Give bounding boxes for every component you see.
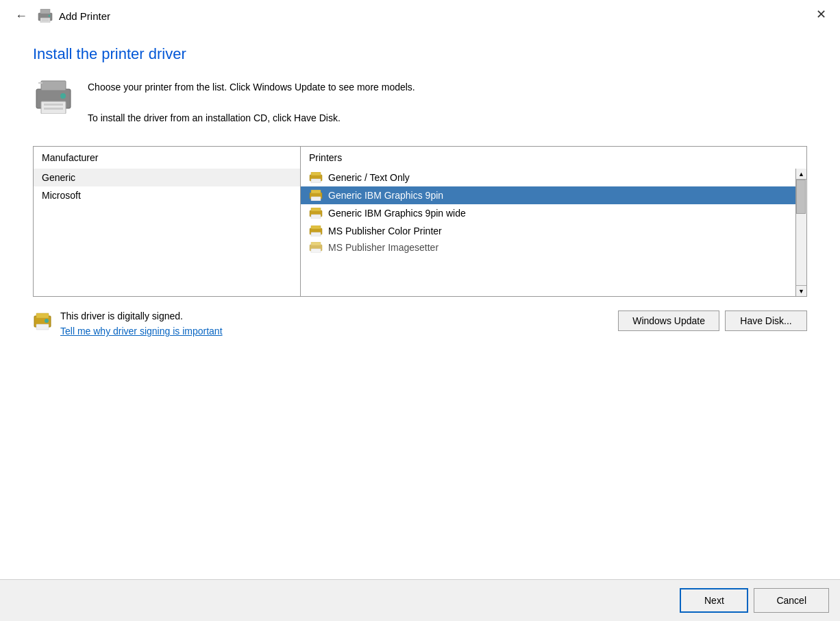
svg-rect-17 [311,190,321,193]
manufacturer-item-generic[interactable]: Generic [34,169,300,186]
printers-header: Printers [301,147,806,169]
large-printer-icon [33,80,74,114]
svg-rect-1 [40,9,50,14]
title-area: Add Printer [37,9,110,23]
scrollbar[interactable]: ▲ ▼ [795,169,806,296]
printer-label: Generic IBM Graphics 9pin wide [328,208,466,219]
printer-item-text-only[interactable]: Generic / Text Only [301,169,795,186]
printer-item-ibm-9pin[interactable]: Generic IBM Graphics 9pin [301,186,795,204]
signed-driver-icon [33,312,52,331]
printer-label: Generic IBM Graphics 9pin [328,190,443,201]
manufacturer-panel: Manufacturer Generic Microsoft [34,147,301,296]
svg-rect-21 [311,215,321,219]
printers-list[interactable]: Generic / Text Only Generic IBM Graphics… [301,169,795,296]
close-button[interactable]: ✕ [811,5,832,23]
scroll-up-arrow[interactable]: ▲ [796,169,806,180]
printer-small-icon [309,242,323,253]
status-text-block: This driver is digitally signed. Tell me… [60,310,223,337]
cancel-button[interactable]: Cancel [754,588,829,613]
svg-rect-18 [311,197,321,201]
status-area: This driver is digitally signed. Tell me… [33,310,807,337]
status-main-text: This driver is digitally signed. [60,310,223,321]
svg-rect-23 [311,226,321,229]
manufacturer-item-microsoft[interactable]: Microsoft [34,186,300,204]
svg-rect-26 [311,242,321,245]
driver-lists: Manufacturer Generic Microsoft Printers [33,146,807,297]
description-block: Choose your printer from the list. Click… [88,80,415,125]
svg-rect-10 [44,108,63,110]
manufacturer-header: Manufacturer [34,147,300,169]
scroll-thumb[interactable] [796,180,806,214]
have-disk-button[interactable]: Have Disk... [725,310,807,331]
svg-rect-12 [38,82,42,84]
printer-small-icon-selected [309,190,323,201]
windows-update-button[interactable]: Windows Update [618,310,719,331]
status-buttons: Windows Update Have Disk... [618,310,807,331]
svg-rect-9 [44,103,63,106]
svg-rect-29 [36,313,49,318]
dialog-footer: Next Cancel [0,579,840,621]
svg-rect-4 [42,21,49,22]
svg-rect-14 [311,172,321,175]
printer-label: MS Publisher Color Printer [328,226,442,236]
svg-point-11 [60,93,66,99]
scroll-down-arrow[interactable]: ▼ [796,285,806,296]
printers-panel: Printers Generic / Text Only [301,147,806,296]
main-content: Install the printer driver Choose your p… [0,29,840,579]
dialog-title: Add Printer [59,10,110,22]
next-button[interactable]: Next [680,588,748,613]
description-line1: Choose your printer from the list. Click… [88,80,415,95]
svg-rect-7 [41,81,66,90]
svg-rect-3 [42,19,49,20]
printer-small-icon [309,208,323,219]
printer-label: Generic / Text Only [328,172,410,183]
description-area: Choose your printer from the list. Click… [33,80,807,125]
printer-item-ms-publisher-image[interactable]: MS Publisher Imagesetter [301,240,795,255]
printer-label: MS Publisher Imagesetter [328,242,438,253]
printer-item-ibm-9pin-wide[interactable]: Generic IBM Graphics 9pin wide [301,204,795,222]
driver-signing-link[interactable]: Tell me why driver signing is important [60,326,223,337]
printer-small-icon [309,172,323,183]
svg-point-5 [49,15,51,17]
description-line2: To install the driver from an installati… [88,110,415,125]
scroll-track [796,180,806,285]
printer-small-icon [309,226,323,236]
printer-icon [37,9,53,23]
svg-rect-24 [311,232,321,236]
svg-rect-30 [36,324,49,330]
printer-item-ms-publisher-color[interactable]: MS Publisher Color Printer [301,222,795,240]
page-heading: Install the printer driver [33,45,807,63]
status-left: This driver is digitally signed. Tell me… [33,310,223,337]
add-printer-dialog: ← Add Printer ✕ Install the printer driv… [0,0,840,621]
svg-rect-20 [311,208,321,211]
svg-point-31 [45,319,49,323]
svg-rect-27 [311,249,321,253]
title-bar: ← Add Printer ✕ [0,0,840,29]
svg-rect-15 [311,179,321,183]
back-button[interactable]: ← [11,8,32,23]
manufacturer-list: Generic Microsoft [34,169,300,296]
